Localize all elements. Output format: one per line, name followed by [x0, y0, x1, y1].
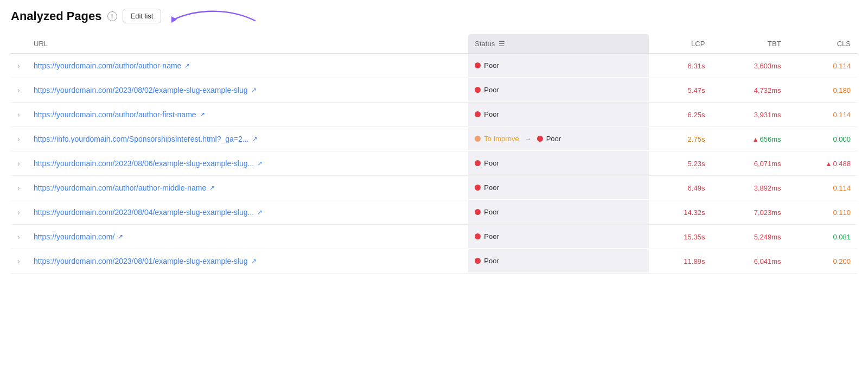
arrow-annotation — [168, 4, 266, 39]
url-link[interactable]: https://info.yourdomain.com/Sponsorships… — [34, 135, 462, 143]
row-expand-toggle[interactable]: › — [11, 127, 27, 151]
row-expand-toggle[interactable]: › — [11, 225, 27, 249]
url-link[interactable]: https://yourdomain.com/author/author-mid… — [34, 183, 462, 192]
row-expand-toggle[interactable]: › — [11, 78, 27, 103]
external-link-icon: ↗ — [251, 86, 257, 94]
row-cls-cell: 0.114 — [788, 176, 857, 200]
row-url-cell: https://info.yourdomain.com/Sponsorships… — [27, 127, 468, 151]
row-lcp-cell: 5.23s — [649, 151, 711, 176]
table-row: › https://yourdomain.com/author/author-m… — [11, 176, 857, 200]
chevron-right-icon: › — [17, 232, 20, 241]
col-tbt: TBT — [711, 34, 787, 54]
row-tbt-cell: 3,603ms — [711, 54, 787, 78]
row-tbt-cell: ▲656ms — [711, 127, 787, 151]
url-text: https://yourdomain.com/2023/08/06/exampl… — [34, 159, 254, 168]
row-lcp-cell: 14.32s — [649, 200, 711, 225]
row-expand-toggle[interactable]: › — [11, 176, 27, 200]
status-dot — [537, 136, 543, 142]
url-link[interactable]: https://yourdomain.com/ ↗ — [34, 232, 462, 241]
svg-marker-0 — [171, 16, 177, 23]
table-row: › https://yourdomain.com/2023/08/06/exam… — [11, 151, 857, 176]
url-link[interactable]: https://yourdomain.com/2023/08/02/exampl… — [34, 86, 462, 94]
status-dot — [475, 62, 481, 68]
row-expand-toggle[interactable]: › — [11, 103, 27, 127]
external-link-icon: ↗ — [118, 233, 123, 240]
status-label: Poor — [484, 257, 499, 265]
row-lcp-cell: 15.35s — [649, 225, 711, 249]
table-header-row: URL Status ☰ LCP TBT CLS — [11, 34, 857, 54]
info-icon[interactable]: i — [107, 11, 117, 21]
url-text: https://yourdomain.com/2023/08/04/exampl… — [34, 208, 254, 217]
chevron-right-icon: › — [17, 159, 20, 168]
url-link[interactable]: https://yourdomain.com/author/author-fir… — [34, 110, 462, 119]
row-lcp-cell: 5.47s — [649, 78, 711, 103]
row-tbt-cell: 5,249ms — [711, 225, 787, 249]
url-link[interactable]: https://yourdomain.com/author/author-nam… — [34, 61, 462, 70]
col-expand — [11, 34, 27, 54]
row-url-cell: https://yourdomain.com/author/author-mid… — [27, 176, 468, 200]
url-text: https://yourdomain.com/author/author-fir… — [34, 110, 196, 119]
row-cls-cell: ▲0.488 — [788, 151, 857, 176]
status-label: Poor — [484, 208, 499, 216]
row-cls-cell: 0.200 — [788, 249, 857, 274]
url-link[interactable]: https://yourdomain.com/2023/08/01/exampl… — [34, 257, 462, 265]
status-from-dot — [475, 136, 481, 142]
status-label: Poor — [484, 110, 499, 118]
row-status-cell: Poor — [468, 54, 649, 77]
status-dot — [475, 185, 481, 191]
status-dot — [475, 111, 481, 117]
table-row: › https://yourdomain.com/ ↗ Poor 15.35s5… — [11, 225, 857, 249]
table-body: › https://yourdomain.com/author/author-n… — [11, 54, 857, 274]
status-dot — [475, 258, 481, 264]
row-cls-cell: 0.180 — [788, 78, 857, 103]
row-expand-toggle[interactable]: › — [11, 249, 27, 274]
row-cls-cell: 0.110 — [788, 200, 857, 225]
status-arrow-icon: → — [525, 135, 532, 143]
row-tbt-cell: 6,041ms — [711, 249, 787, 274]
row-cls-cell: 0.114 — [788, 54, 857, 78]
page-wrapper: Analyzed Pages i Edit list URL Status ☰ … — [0, 0, 868, 282]
table-row: › https://yourdomain.com/author/author-f… — [11, 103, 857, 127]
external-link-icon: ↗ — [209, 184, 215, 192]
row-expand-toggle[interactable]: › — [11, 54, 27, 78]
col-lcp: LCP — [649, 34, 711, 54]
row-lcp-cell: 6.31s — [649, 54, 711, 78]
external-link-icon: ↗ — [257, 160, 263, 167]
row-url-cell: https://yourdomain.com/2023/08/04/exampl… — [27, 200, 468, 225]
status-label: Poor — [484, 86, 499, 94]
url-text: https://yourdomain.com/author/author-mid… — [34, 183, 206, 192]
url-link[interactable]: https://yourdomain.com/2023/08/06/exampl… — [34, 159, 462, 168]
status-label: Poor — [484, 61, 499, 69]
col-status[interactable]: Status ☰ — [468, 34, 649, 54]
row-status-cell: To Improve → Poor — [468, 127, 649, 150]
row-lcp-cell: 2.75s — [649, 127, 711, 151]
row-url-cell: https://yourdomain.com/2023/08/06/exampl… — [27, 151, 468, 176]
edit-list-button[interactable]: Edit list — [123, 9, 162, 23]
table-row: › https://info.yourdomain.com/Sponsorshi… — [11, 127, 857, 151]
row-expand-toggle[interactable]: › — [11, 200, 27, 225]
row-expand-toggle[interactable]: › — [11, 151, 27, 176]
table-row: › https://yourdomain.com/2023/08/04/exam… — [11, 200, 857, 225]
status-label: Poor — [546, 135, 561, 143]
status-label: Poor — [484, 232, 499, 240]
row-status-cell: Poor — [468, 225, 649, 248]
chevron-right-icon: › — [17, 257, 20, 265]
row-url-cell: https://yourdomain.com/2023/08/02/exampl… — [27, 78, 468, 103]
chevron-right-icon: › — [17, 61, 20, 70]
cls-up-icon: ▲ — [826, 160, 832, 168]
row-lcp-cell: 6.25s — [649, 103, 711, 127]
row-lcp-cell: 11.89s — [649, 249, 711, 274]
row-tbt-cell: 7,023ms — [711, 200, 787, 225]
status-dot — [475, 160, 481, 166]
row-tbt-cell: 3,892ms — [711, 176, 787, 200]
url-text: https://info.yourdomain.com/Sponsorships… — [34, 135, 249, 143]
row-status-cell: Poor — [468, 151, 649, 175]
url-link[interactable]: https://yourdomain.com/2023/08/04/exampl… — [34, 208, 462, 217]
col-url: URL — [27, 34, 468, 54]
row-tbt-cell: 6,071ms — [711, 151, 787, 176]
url-text: https://yourdomain.com/2023/08/01/exampl… — [34, 257, 248, 265]
chevron-right-icon: › — [17, 86, 20, 94]
row-status-cell: Poor — [468, 200, 649, 224]
url-text: https://yourdomain.com/ — [34, 232, 114, 241]
chevron-right-icon: › — [17, 183, 20, 192]
